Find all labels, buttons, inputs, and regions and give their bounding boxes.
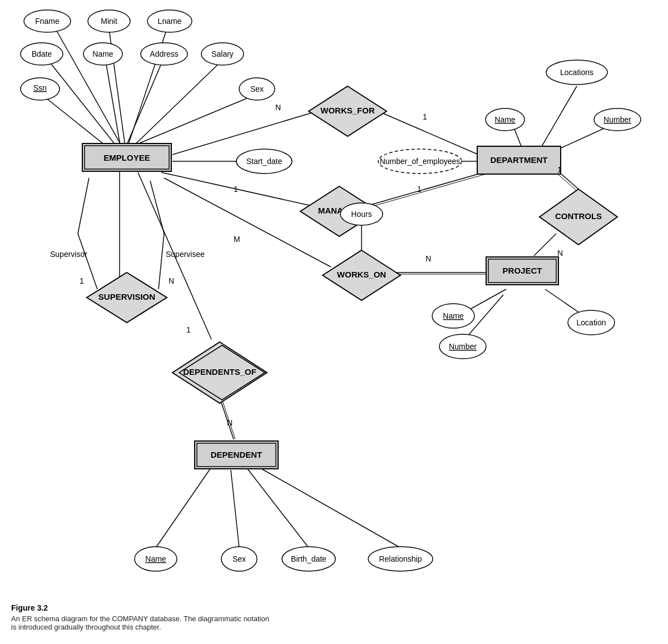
- svg-line-37: [156, 467, 211, 548]
- svg-line-23: [534, 234, 556, 256]
- figure-caption: Figure 3.2 An ER schema diagram for the …: [11, 603, 269, 631]
- svg-line-18: [368, 174, 486, 207]
- svg-text:Hours: Hours: [351, 210, 372, 219]
- svg-line-30: [150, 181, 164, 234]
- svg-line-8: [133, 95, 256, 146]
- supervisor-label: Supervisor: [50, 250, 87, 259]
- svg-text:Minit: Minit: [101, 17, 117, 26]
- svg-line-40: [259, 467, 400, 548]
- svg-text:SUPERVISION: SUPERVISION: [98, 292, 155, 301]
- svg-text:Birth_date: Birth_date: [291, 554, 326, 563]
- cardinality-m-works-on: M: [234, 235, 240, 244]
- svg-text:DEPENDENTS_OF: DEPENDENTS_OF: [183, 367, 256, 377]
- cardinality-1-manages-dept: 1: [417, 185, 422, 194]
- svg-text:Name: Name: [443, 311, 464, 320]
- svg-text:Number: Number: [449, 342, 477, 351]
- svg-line-38: [231, 470, 239, 548]
- svg-line-4: [106, 61, 121, 151]
- svg-text:Name: Name: [92, 49, 113, 58]
- svg-text:Bdate: Bdate: [32, 49, 52, 58]
- svg-text:Fname: Fname: [35, 17, 60, 26]
- cardinality-n-dependents: N: [227, 418, 232, 427]
- caption-title: Figure 3.2: [11, 603, 269, 612]
- cardinality-n-supervision: N: [169, 276, 174, 285]
- cardinality-n-controls: N: [557, 249, 563, 257]
- svg-line-17: [367, 172, 484, 206]
- svg-line-10: [378, 111, 478, 155]
- supervisee-label: Supervisee: [166, 250, 205, 259]
- dependent-entity: DEPENDENT: [211, 450, 263, 459]
- cardinality-1-manages-emp: 1: [234, 185, 238, 194]
- svg-line-9: [172, 111, 317, 155]
- svg-line-3: [49, 61, 120, 150]
- svg-text:Name: Name: [494, 115, 516, 124]
- svg-text:Salary: Salary: [211, 49, 234, 58]
- employee-entity: EMPLOYEE: [103, 153, 150, 162]
- svg-line-29: [159, 234, 164, 289]
- cardinality-1-controls: 1: [557, 165, 562, 174]
- svg-text:WORKS_FOR: WORKS_FOR: [320, 106, 375, 115]
- cardinality-1-dependents: 1: [186, 325, 191, 334]
- svg-text:Ssn: Ssn: [33, 83, 47, 92]
- cardinality-n-works-on: N: [425, 254, 431, 263]
- svg-text:Sex: Sex: [250, 85, 264, 93]
- department-entity: DEPARTMENT: [490, 155, 547, 165]
- svg-text:Location: Location: [577, 318, 606, 327]
- svg-text:Number_of_employees: Number_of_employees: [380, 157, 461, 166]
- svg-text:Sex: Sex: [232, 554, 246, 563]
- svg-text:Number: Number: [603, 115, 631, 124]
- svg-text:Address: Address: [150, 49, 178, 58]
- svg-text:Name: Name: [145, 554, 166, 563]
- er-diagram: text { font-family: Arial, sans-serif; f…: [0, 0, 668, 601]
- svg-line-28: [78, 178, 89, 234]
- caption-line1: An ER schema diagram for the COMPANY dat…: [11, 615, 269, 623]
- svg-text:Start_date: Start_date: [246, 157, 283, 166]
- cardinality-1-supervision: 1: [80, 276, 84, 285]
- svg-line-39: [248, 469, 309, 548]
- project-entity: PROJECT: [503, 266, 542, 275]
- svg-text:Lname: Lname: [158, 17, 182, 26]
- svg-line-5: [123, 61, 162, 152]
- caption-line2: is introduced gradually throughout this …: [11, 623, 269, 631]
- cardinality-n1: N: [275, 103, 281, 112]
- svg-text:Relationship: Relationship: [379, 554, 422, 563]
- svg-text:Locations: Locations: [560, 68, 593, 77]
- cardinality-1-works-for: 1: [423, 112, 427, 121]
- svg-text:CONTROLS: CONTROLS: [555, 211, 602, 221]
- svg-text:WORKS_ON: WORKS_ON: [337, 270, 386, 279]
- svg-line-11: [540, 86, 577, 150]
